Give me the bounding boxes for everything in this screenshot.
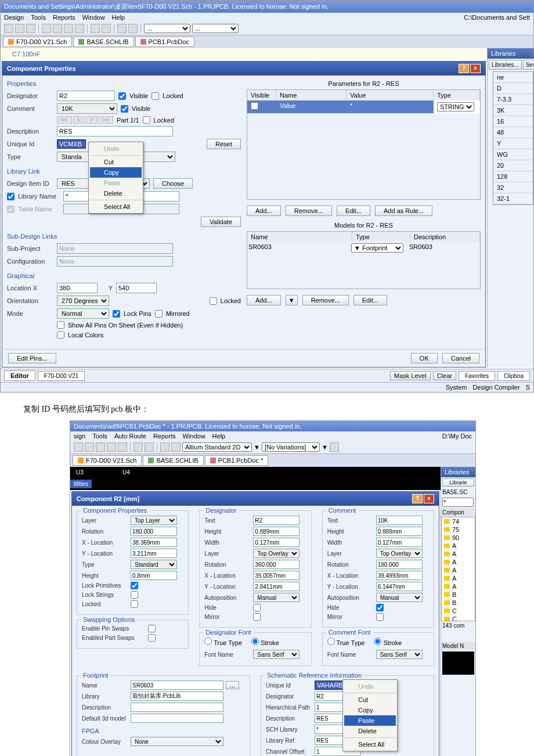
designator-locked-check[interactable] [151,92,159,100]
redo-icon[interactable] [145,442,154,452]
d-mirror-check[interactable] [253,613,261,621]
tab2-sch[interactable]: F70-D00 V21.Sch [73,455,142,466]
d-font-select[interactable]: Sans Serif [253,650,300,659]
favorites-tab[interactable]: Favorites [459,371,495,381]
models-remove-button[interactable]: Remove... [302,295,349,305]
c-autopos-select[interactable]: Manual [376,593,423,602]
ctx2-selectall[interactable]: Select All [344,739,396,750]
pinswaps-check[interactable] [148,625,156,632]
params-edit-button[interactable]: Edit... [337,206,370,216]
uniqueid-input[interactable]: VCMXB [57,139,86,149]
pcb-canvas[interactable]: U3 U4 tilities [70,467,441,490]
plus-icon[interactable] [53,24,62,33]
component-list[interactable]: 74 75 90 A A A A A A B B C C C C C [441,517,475,621]
ctx-cut[interactable]: Cut [90,157,142,167]
library-name-check[interactable] [7,193,15,200]
reset-button[interactable]: Reset [207,139,241,149]
d-stroke-radio[interactable] [251,638,259,645]
d-height-input[interactable] [253,527,300,536]
nav-last[interactable]: >> [98,116,113,124]
choose-button[interactable]: Choose [153,178,193,189]
ctx-selectall[interactable]: Select All [90,201,142,212]
ctx-delete[interactable]: Delete [90,188,142,199]
editpins-button[interactable]: Edit Pins... [8,353,56,363]
ctx-paste[interactable]: Paste [90,178,142,188]
ctx2-undo[interactable]: Undo [344,681,396,692]
models-table[interactable]: Name Type Description SR0603 ▼ Footprint… [247,231,481,289]
yloc-input[interactable] [131,549,177,558]
mask-level-button[interactable]: Mask Level [390,371,431,380]
help-icon[interactable]: ? [412,494,423,503]
tab-pcb[interactable]: PCB1.PcbDoc [135,37,194,47]
c-rot-input[interactable] [376,560,423,569]
c-width-input[interactable] [376,538,423,547]
tab-schlib[interactable]: BASE.SCHLIB [73,37,134,47]
tb-icon[interactable] [74,442,83,452]
d-layer-select[interactable]: Top Overlay [253,549,300,558]
params-add-button[interactable]: Add... [247,206,281,216]
tb-icon[interactable] [160,442,169,452]
close-icon[interactable]: × [424,494,434,503]
tb-icon[interactable] [85,442,94,452]
tb-icon[interactable] [118,442,127,452]
d-y-input[interactable] [253,582,300,591]
params-remove-button[interactable]: Remove... [286,206,332,216]
menu-help[interactable]: Help [112,14,125,21]
undo-icon[interactable] [91,24,100,33]
part-locked-check[interactable] [143,116,150,124]
cut-icon[interactable] [4,24,13,33]
height-input[interactable] [131,571,177,580]
xloc-input[interactable] [131,538,177,547]
nav-first[interactable]: << [57,116,72,124]
menu2-sign[interactable]: sign [74,433,85,440]
menu2-tools[interactable]: Tools [92,433,107,440]
run-icon[interactable] [128,24,138,33]
d-rot-input[interactable] [253,560,300,569]
d-autopos-select[interactable]: Manual [253,593,300,602]
sr-uid-input[interactable]: VAHARB [315,681,344,690]
comment-select[interactable]: 10K [57,103,117,114]
c-x-input[interactable] [376,571,423,580]
lockpins-check[interactable] [113,310,120,318]
tab-sch[interactable]: F70-D00 V21.Sch [3,37,72,47]
build-icon[interactable] [117,24,127,33]
status-system[interactable]: System [446,384,467,391]
validate-button[interactable]: Validate [201,217,241,227]
redo-icon[interactable] [102,24,111,33]
nav-next[interactable]: > [86,116,98,124]
localcolors-check[interactable] [57,331,64,339]
clear-button[interactable]: Clear [433,371,456,380]
menu2-window[interactable]: Window [182,433,205,440]
c-stroke-radio[interactable] [374,638,381,645]
d-truetype-radio[interactable] [204,638,212,645]
fp-lib-input[interactable] [131,692,223,701]
menu-design[interactable]: Design [4,14,24,21]
status-s[interactable]: S [526,384,530,391]
orientation-locked-check[interactable] [210,297,217,305]
params-row[interactable]: Value * STRING [247,100,480,113]
mirrored-check[interactable] [155,310,163,318]
menu-reports[interactable]: Reports [53,14,75,21]
c-hide-check[interactable] [376,604,384,611]
c-text-input[interactable] [376,516,423,525]
params-table[interactable]: Visible Name Value Type Value * STRING [247,89,481,200]
d-width-input[interactable] [253,538,300,547]
lockprim-check[interactable] [131,582,138,589]
undo-icon[interactable] [134,442,143,452]
libraries-btn-2[interactable]: Librarie [442,478,474,487]
models-add-dropdown[interactable]: ▼ [286,295,298,305]
fp-browse-button[interactable]: ... [226,681,239,689]
mode-select[interactable]: Normal [57,308,109,319]
params-addrule-button[interactable]: Add as Rule... [375,206,432,216]
locy-input[interactable] [116,283,157,293]
menu2-reports[interactable]: Reports [153,433,176,440]
combo1[interactable]: ... [144,24,190,33]
view-mode-select[interactable]: Altium Standard 2D [182,442,252,452]
designator-input[interactable] [57,91,115,101]
ctx-copy[interactable]: Copy [90,167,142,178]
menu-window[interactable]: Window [82,14,104,21]
c-font-select[interactable]: Sans Serif [376,650,423,659]
tab2-lib[interactable]: BASE.SCHLIB [143,455,203,466]
layer-select[interactable]: Top Layer [131,516,177,525]
tb-icon[interactable] [171,442,181,452]
